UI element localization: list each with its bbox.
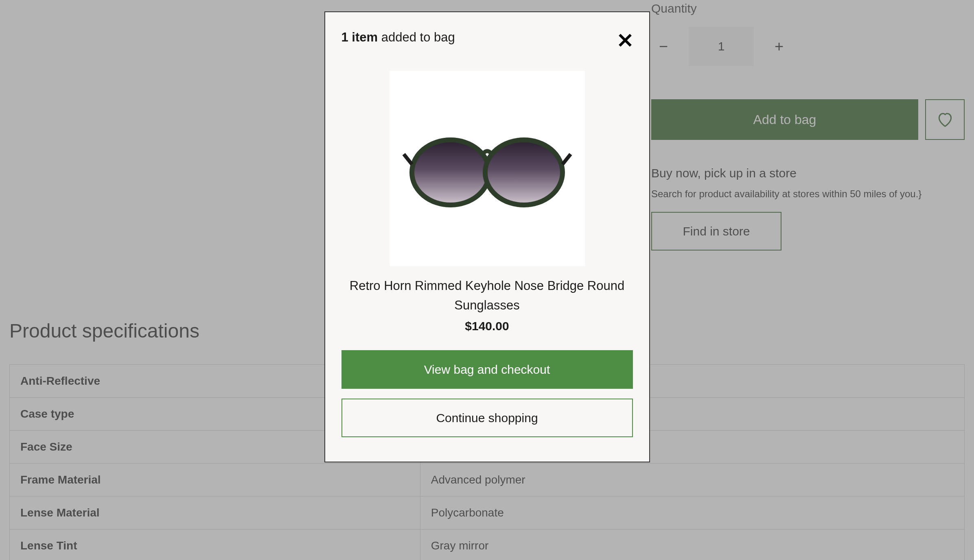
- modal-product-name: Retro Horn Rimmed Keyhole Nose Bridge Ro…: [341, 276, 633, 315]
- added-to-bag-modal: 1 item added to bag: [324, 11, 650, 462]
- modal-overlay: 1 item added to bag: [0, 0, 974, 560]
- modal-product-price: $140.00: [341, 319, 633, 333]
- modal-header-rest: added to bag: [381, 30, 455, 44]
- close-icon: [618, 33, 632, 47]
- continue-shopping-button[interactable]: Continue shopping: [341, 399, 633, 437]
- sunglasses-icon: [402, 124, 573, 213]
- modal-header-count: 1 item: [341, 30, 378, 44]
- close-modal-button[interactable]: [618, 33, 632, 50]
- modal-header: 1 item added to bag: [341, 30, 633, 45]
- modal-product-image: [390, 71, 585, 266]
- view-bag-checkout-button[interactable]: View bag and checkout: [341, 350, 633, 389]
